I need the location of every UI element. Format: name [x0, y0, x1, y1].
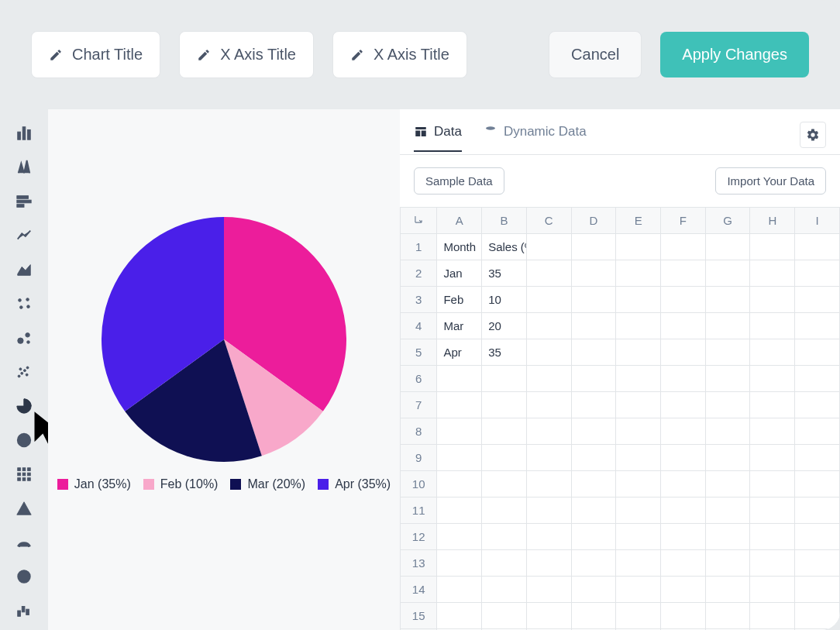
cell[interactable]	[571, 366, 616, 392]
cell[interactable]	[661, 339, 706, 366]
cell[interactable]	[705, 445, 750, 471]
column-header[interactable]: H	[750, 208, 795, 234]
cell[interactable]	[482, 603, 527, 629]
cell[interactable]	[705, 260, 750, 287]
cell[interactable]	[750, 366, 795, 392]
cell[interactable]	[661, 550, 706, 577]
cell[interactable]	[437, 524, 482, 550]
cell[interactable]	[571, 471, 616, 497]
cell[interactable]	[795, 418, 840, 445]
cell[interactable]	[705, 550, 750, 577]
sidebar-bubble-icon[interactable]	[14, 328, 34, 348]
cell[interactable]	[571, 392, 616, 418]
cell[interactable]	[437, 445, 482, 471]
cell[interactable]	[795, 392, 840, 418]
sidebar-bar-chart-icon[interactable]	[14, 123, 34, 143]
row-header[interactable]: 11	[401, 497, 437, 524]
sidebar-gauge-icon[interactable]	[14, 532, 34, 553]
cell[interactable]	[705, 392, 750, 418]
cell[interactable]	[750, 287, 795, 313]
cell[interactable]	[795, 603, 840, 629]
cell[interactable]	[795, 234, 840, 260]
sample-data-button[interactable]: Sample Data	[414, 167, 504, 195]
cell[interactable]	[750, 471, 795, 497]
sidebar-column-chart-icon[interactable]	[14, 157, 34, 177]
cell[interactable]	[661, 524, 706, 550]
cell[interactable]	[482, 392, 527, 418]
row-header[interactable]: 7	[401, 392, 437, 418]
cell[interactable]	[482, 471, 527, 497]
column-header[interactable]: E	[616, 208, 661, 234]
cell[interactable]	[705, 497, 750, 524]
row-header[interactable]: 10	[401, 471, 437, 497]
cell[interactable]: Apr	[437, 339, 482, 366]
spreadsheet[interactable]: ABCDEFGHI1MonthSales (%)2Jan353Feb104Mar…	[400, 207, 840, 630]
cell[interactable]	[616, 418, 661, 445]
cell[interactable]	[661, 471, 706, 497]
cell[interactable]	[795, 445, 840, 471]
row-header[interactable]: 6	[401, 366, 437, 392]
column-header[interactable]: F	[661, 208, 706, 234]
cell[interactable]	[795, 339, 840, 366]
sidebar-line-chart-icon[interactable]	[14, 225, 34, 246]
cell[interactable]	[526, 392, 571, 418]
cell[interactable]	[482, 497, 527, 524]
cell[interactable]	[616, 497, 661, 524]
cell[interactable]	[661, 603, 706, 629]
column-header[interactable]: I	[795, 208, 840, 234]
cell[interactable]	[526, 603, 571, 629]
xaxis2-input[interactable]: X Axis Title	[332, 31, 467, 78]
sidebar-dots-icon[interactable]	[14, 362, 34, 382]
cell[interactable]	[482, 366, 527, 392]
cell[interactable]	[661, 392, 706, 418]
cell[interactable]: Sales (%)	[482, 234, 527, 260]
row-header[interactable]: 8	[401, 418, 437, 445]
cell[interactable]	[661, 234, 706, 260]
cell[interactable]	[482, 418, 527, 445]
column-header[interactable]: D	[571, 208, 616, 234]
cell[interactable]	[571, 260, 616, 287]
cell[interactable]	[705, 339, 750, 366]
cell[interactable]	[616, 577, 661, 603]
cell[interactable]	[750, 524, 795, 550]
cell[interactable]: 35	[482, 339, 527, 366]
row-header[interactable]: 12	[401, 524, 437, 550]
sidebar-waterfall-icon[interactable]	[14, 601, 34, 621]
cell[interactable]	[437, 603, 482, 629]
cell[interactable]	[571, 603, 616, 629]
cell[interactable]	[705, 313, 750, 339]
cell[interactable]	[661, 366, 706, 392]
cell[interactable]	[795, 550, 840, 577]
cell[interactable]	[571, 234, 616, 260]
cell[interactable]	[616, 287, 661, 313]
cell[interactable]	[571, 445, 616, 471]
cell[interactable]	[661, 445, 706, 471]
cell[interactable]	[661, 577, 706, 603]
cell[interactable]	[705, 524, 750, 550]
cell[interactable]	[437, 550, 482, 577]
import-data-button[interactable]: Import Your Data	[715, 167, 826, 195]
cell[interactable]	[526, 287, 571, 313]
row-header[interactable]: 4	[401, 313, 437, 339]
cell[interactable]	[571, 524, 616, 550]
cell[interactable]	[750, 497, 795, 524]
cell[interactable]: Mar	[437, 313, 482, 339]
cell[interactable]	[526, 366, 571, 392]
cell[interactable]	[795, 260, 840, 287]
cell[interactable]	[571, 550, 616, 577]
cell[interactable]	[571, 313, 616, 339]
cell[interactable]	[482, 524, 527, 550]
cell[interactable]	[705, 603, 750, 629]
cell[interactable]: Feb	[437, 287, 482, 313]
cell[interactable]	[482, 550, 527, 577]
cell[interactable]	[750, 392, 795, 418]
cell[interactable]	[750, 234, 795, 260]
cell[interactable]: Jan	[437, 260, 482, 287]
tab-dynamic-data[interactable]: Dynamic Data	[484, 124, 587, 152]
cell[interactable]	[526, 234, 571, 260]
row-header[interactable]: 2	[401, 260, 437, 287]
sidebar-area-chart-icon[interactable]	[14, 260, 34, 280]
column-header[interactable]: A	[437, 208, 482, 234]
cell[interactable]	[437, 497, 482, 524]
cell[interactable]	[750, 418, 795, 445]
